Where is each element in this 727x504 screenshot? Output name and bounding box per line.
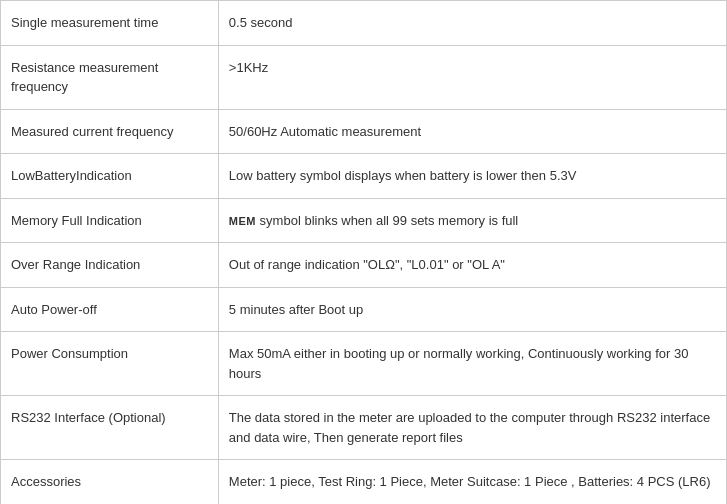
table-row: RS232 Interface (Optional)The data store… (1, 396, 727, 460)
table-row: Measured current frequency50/60Hz Automa… (1, 109, 727, 154)
row-value-accessories: Meter: 1 piece, Test Ring: 1 Piece, Mete… (218, 460, 726, 505)
table-row: Power ConsumptionMax 50mA either in boot… (1, 332, 727, 396)
row-value-over-range-indication: Out of range indication "OLΩ", "L0.01" o… (218, 243, 726, 288)
table-row: Resistance measurement frequency>1KHz (1, 45, 727, 109)
row-value-measured-current-frequency: 50/60Hz Automatic measurement (218, 109, 726, 154)
row-value-power-consumption: Max 50mA either in booting up or normall… (218, 332, 726, 396)
row-label-single-measurement-time: Single measurement time (1, 1, 219, 46)
table-row: Over Range IndicationOut of range indica… (1, 243, 727, 288)
table-row: LowBatteryIndicationLow battery symbol d… (1, 154, 727, 199)
table-row: Auto Power-off5 minutes after Boot up (1, 287, 727, 332)
row-label-low-battery-indication: LowBatteryIndication (1, 154, 219, 199)
row-label-power-consumption: Power Consumption (1, 332, 219, 396)
row-label-auto-power-off: Auto Power-off (1, 287, 219, 332)
row-value-auto-power-off: 5 minutes after Boot up (218, 287, 726, 332)
row-value-single-measurement-time: 0.5 second (218, 1, 726, 46)
row-label-resistance-measurement-frequency: Resistance measurement frequency (1, 45, 219, 109)
table-row: Memory Full IndicationMEM symbol blinks … (1, 198, 727, 243)
table-row: Single measurement time0.5 second (1, 1, 727, 46)
row-label-accessories: Accessories (1, 460, 219, 505)
row-value-low-battery-indication: Low battery symbol displays when battery… (218, 154, 726, 199)
row-value-rs232-interface: The data stored in the meter are uploade… (218, 396, 726, 460)
row-label-measured-current-frequency: Measured current frequency (1, 109, 219, 154)
row-label-over-range-indication: Over Range Indication (1, 243, 219, 288)
table-row: AccessoriesMeter: 1 piece, Test Ring: 1 … (1, 460, 727, 505)
row-value-memory-full-indication: MEM symbol blinks when all 99 sets memor… (218, 198, 726, 243)
row-value-resistance-measurement-frequency: >1KHz (218, 45, 726, 109)
mem-label: MEM (229, 215, 256, 227)
specs-table: Single measurement time0.5 secondResista… (0, 0, 727, 504)
row-label-rs232-interface: RS232 Interface (Optional) (1, 396, 219, 460)
row-label-memory-full-indication: Memory Full Indication (1, 198, 219, 243)
